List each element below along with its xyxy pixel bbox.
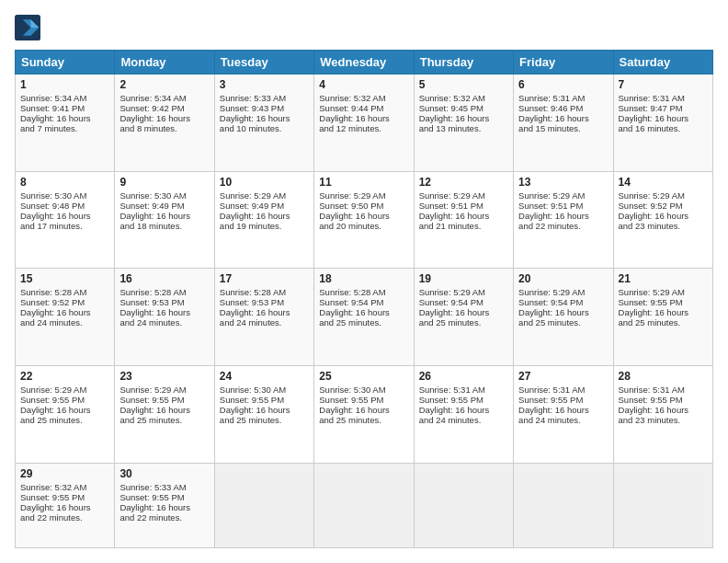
- day-number: 20: [518, 272, 608, 285]
- day-info: and 22 minutes.: [518, 221, 608, 231]
- day-info: Sunrise: 5:32 AM: [419, 93, 508, 103]
- day-number: 21: [619, 272, 708, 285]
- day-info: Daylight: 16 hours: [220, 113, 309, 123]
- day-info: and 25 minutes.: [518, 317, 608, 327]
- day-info: Sunset: 9:49 PM: [119, 201, 209, 211]
- day-info: Daylight: 16 hours: [419, 113, 508, 123]
- day-info: Sunset: 9:55 PM: [20, 492, 109, 502]
- calendar-week-1: 1Sunrise: 5:34 AMSunset: 9:41 PMDaylight…: [16, 75, 713, 172]
- day-number: 26: [419, 370, 508, 383]
- day-number: 14: [619, 176, 708, 189]
- day-info: and 16 minutes.: [619, 123, 708, 133]
- day-info: Sunrise: 5:29 AM: [20, 385, 109, 395]
- day-info: and 24 minutes.: [220, 317, 309, 327]
- day-info: Sunrise: 5:33 AM: [220, 93, 309, 103]
- calendar-week-2: 8Sunrise: 5:30 AMSunset: 9:48 PMDaylight…: [16, 171, 713, 269]
- day-number: 3: [220, 78, 309, 91]
- calendar-cell: 2Sunrise: 5:34 AMSunset: 9:42 PMDaylight…: [115, 75, 214, 172]
- day-info: Daylight: 16 hours: [619, 405, 708, 415]
- day-info: and 23 minutes.: [619, 415, 708, 425]
- calendar-cell: 26Sunrise: 5:31 AMSunset: 9:55 PMDayligh…: [414, 365, 513, 463]
- calendar-cell: [214, 463, 313, 547]
- day-info: and 24 minutes.: [119, 317, 209, 327]
- day-info: and 25 minutes.: [220, 415, 309, 425]
- day-info: Daylight: 16 hours: [319, 405, 408, 415]
- day-info: and 25 minutes.: [319, 317, 408, 327]
- day-info: Sunset: 9:50 PM: [319, 201, 408, 211]
- day-number: 24: [220, 370, 309, 383]
- calendar-cell: 4Sunrise: 5:32 AMSunset: 9:44 PMDaylight…: [314, 75, 414, 172]
- day-info: Sunset: 9:54 PM: [319, 297, 408, 307]
- day-info: and 21 minutes.: [419, 221, 508, 231]
- day-info: and 25 minutes.: [20, 415, 109, 425]
- calendar-cell: 12Sunrise: 5:29 AMSunset: 9:51 PMDayligh…: [414, 171, 513, 269]
- calendar-week-4: 22Sunrise: 5:29 AMSunset: 9:55 PMDayligh…: [16, 365, 713, 463]
- calendar-cell: 28Sunrise: 5:31 AMSunset: 9:55 PMDayligh…: [613, 365, 712, 463]
- calendar-cell: 27Sunrise: 5:31 AMSunset: 9:55 PMDayligh…: [514, 365, 613, 463]
- day-info: Sunrise: 5:28 AM: [220, 287, 309, 297]
- calendar-cell: 15Sunrise: 5:28 AMSunset: 9:52 PMDayligh…: [16, 269, 115, 366]
- day-info: Sunset: 9:54 PM: [419, 297, 508, 307]
- day-info: and 10 minutes.: [220, 123, 309, 133]
- day-info: and 25 minutes.: [119, 415, 209, 425]
- calendar-cell: 6Sunrise: 5:31 AMSunset: 9:46 PMDaylight…: [514, 75, 613, 172]
- day-info: Daylight: 16 hours: [220, 405, 309, 415]
- calendar-cell: 20Sunrise: 5:29 AMSunset: 9:54 PMDayligh…: [514, 269, 613, 366]
- day-info: Daylight: 16 hours: [119, 502, 209, 512]
- day-info: Sunrise: 5:28 AM: [20, 287, 109, 297]
- day-info: Sunrise: 5:32 AM: [319, 93, 408, 103]
- day-info: Sunset: 9:52 PM: [619, 201, 708, 211]
- day-info: Daylight: 16 hours: [319, 307, 408, 317]
- day-info: Daylight: 16 hours: [20, 113, 109, 123]
- day-info: Sunrise: 5:30 AM: [319, 385, 408, 395]
- day-header-thursday: Thursday: [414, 51, 513, 75]
- day-info: Sunrise: 5:29 AM: [619, 190, 708, 201]
- day-info: Sunset: 9:55 PM: [619, 395, 708, 405]
- day-info: and 25 minutes.: [419, 317, 508, 327]
- day-info: Daylight: 16 hours: [20, 211, 109, 221]
- day-info: Sunset: 9:48 PM: [20, 201, 109, 211]
- day-number: 11: [319, 176, 408, 189]
- calendar-cell: 3Sunrise: 5:33 AMSunset: 9:43 PMDaylight…: [214, 75, 313, 172]
- day-info: Sunrise: 5:33 AM: [119, 482, 209, 492]
- day-info: and 18 minutes.: [119, 221, 209, 231]
- calendar-header-row: SundayMondayTuesdayWednesdayThursdayFrid…: [16, 51, 713, 75]
- day-info: Sunrise: 5:29 AM: [319, 190, 408, 201]
- day-info: Sunset: 9:42 PM: [119, 103, 209, 113]
- day-info: Sunset: 9:49 PM: [220, 201, 309, 211]
- day-info: Daylight: 16 hours: [518, 113, 608, 123]
- day-number: 12: [419, 176, 508, 189]
- day-info: Daylight: 16 hours: [20, 502, 109, 512]
- day-number: 25: [319, 370, 408, 383]
- day-number: 15: [20, 272, 109, 285]
- day-info: Sunrise: 5:29 AM: [119, 385, 209, 395]
- day-info: Sunset: 9:51 PM: [419, 201, 508, 211]
- day-info: Sunset: 9:54 PM: [518, 297, 608, 307]
- day-info: Daylight: 16 hours: [119, 211, 209, 221]
- day-info: Daylight: 16 hours: [119, 113, 209, 123]
- day-number: 10: [220, 176, 309, 189]
- page: SundayMondayTuesdayWednesdayThursdayFrid…: [0, 0, 728, 563]
- calendar-cell: 24Sunrise: 5:30 AMSunset: 9:55 PMDayligh…: [214, 365, 313, 463]
- day-info: Daylight: 16 hours: [20, 405, 109, 415]
- day-info: Sunrise: 5:31 AM: [518, 385, 608, 395]
- day-number: 2: [119, 78, 209, 91]
- day-number: 23: [119, 370, 209, 383]
- day-number: 7: [619, 78, 708, 91]
- day-number: 5: [419, 78, 508, 91]
- day-info: Sunrise: 5:30 AM: [20, 190, 109, 201]
- day-info: and 24 minutes.: [518, 415, 608, 425]
- day-info: Daylight: 16 hours: [419, 211, 508, 221]
- calendar-cell: 9Sunrise: 5:30 AMSunset: 9:49 PMDaylight…: [115, 171, 214, 269]
- day-info: Sunset: 9:43 PM: [220, 103, 309, 113]
- day-info: Sunrise: 5:32 AM: [20, 482, 109, 492]
- calendar-cell: [613, 463, 712, 547]
- day-info: Sunset: 9:52 PM: [20, 297, 109, 307]
- day-number: 4: [319, 78, 408, 91]
- day-info: Sunset: 9:55 PM: [518, 395, 608, 405]
- day-info: Sunset: 9:55 PM: [119, 492, 209, 502]
- calendar-cell: 21Sunrise: 5:29 AMSunset: 9:55 PMDayligh…: [613, 269, 712, 366]
- calendar-cell: 1Sunrise: 5:34 AMSunset: 9:41 PMDaylight…: [16, 75, 115, 172]
- day-number: 22: [20, 370, 109, 383]
- day-info: Sunset: 9:55 PM: [20, 395, 109, 405]
